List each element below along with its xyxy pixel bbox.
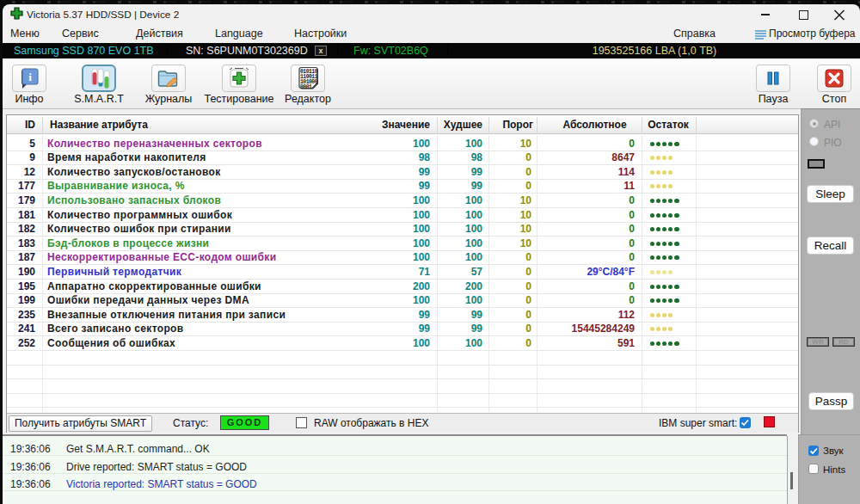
svg-text:0001: 0001	[300, 84, 312, 90]
svg-text:i: i	[28, 71, 32, 83]
